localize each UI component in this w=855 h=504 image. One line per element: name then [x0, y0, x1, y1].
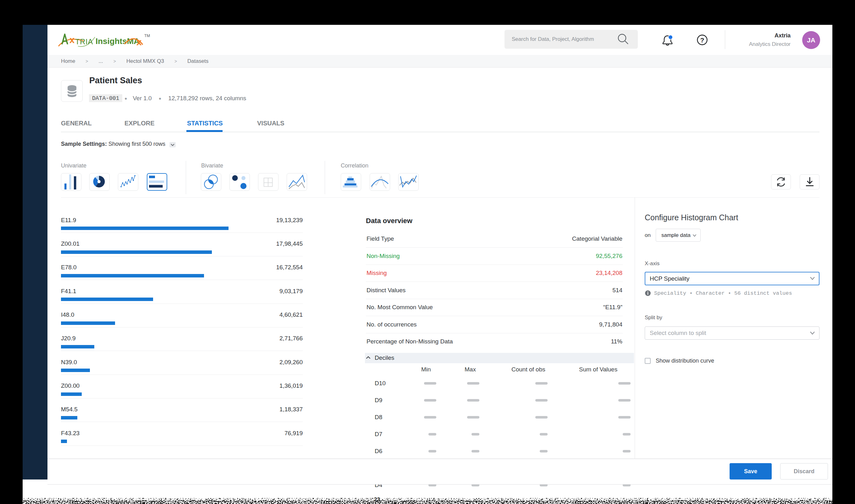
- svg-text:InsightsMA: InsightsMA: [95, 36, 140, 46]
- svg-text:x: x: [70, 35, 74, 45]
- svg-text:?: ?: [700, 36, 705, 44]
- svg-text:x: x: [137, 37, 142, 47]
- svg-text:TRIA: TRIA: [75, 37, 93, 46]
- svg-text:TM: TM: [144, 34, 150, 38]
